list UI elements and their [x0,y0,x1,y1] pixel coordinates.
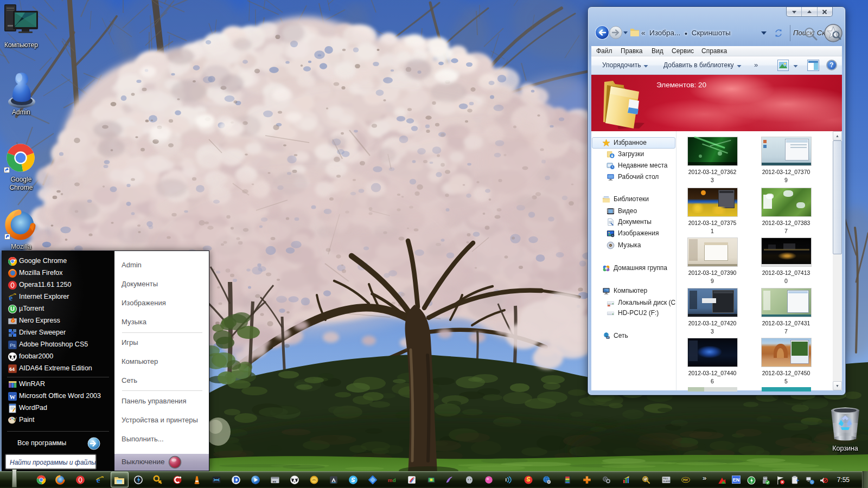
svg-text:GLASS: GLASS [663,480,670,483]
svg-text:64: 64 [9,367,15,372]
svg-text:FULL: FULL [663,478,668,480]
svg-text:d: d [393,477,396,483]
svg-text:ex: ex [273,480,277,483]
svg-text:Ps: Ps [10,343,16,348]
svg-text:PDF: PDF [683,479,688,481]
svg-text:W: W [10,394,16,400]
svg-text:e: e [9,293,13,302]
svg-text:e: e [97,476,100,484]
svg-text:m: m [388,477,393,483]
